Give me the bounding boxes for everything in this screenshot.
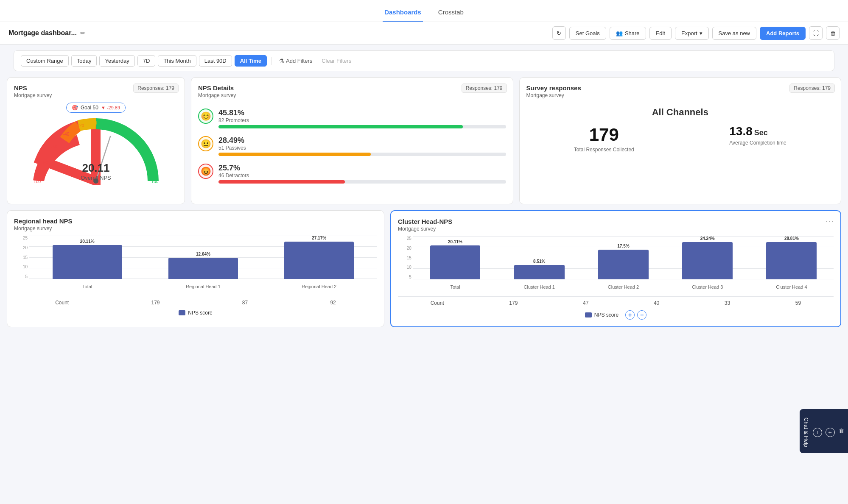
zoom-in-button[interactable]: + <box>625 310 635 320</box>
bar-rect-rh2 <box>284 242 354 279</box>
cluster-card-subtitle: Mortgage survey <box>398 226 834 232</box>
promoter-bar-fill <box>218 125 463 128</box>
gauge-svg-area: -100 -80 -60 -40 -20 0 20 40 60 80 100 <box>32 115 160 185</box>
gauge-value-display: 20.11 Overall NPS <box>81 162 111 181</box>
cluster-y-axis: 25 20 15 10 5 <box>398 236 411 279</box>
filter-all-time[interactable]: All Time <box>235 55 267 67</box>
bar-value-rh2: 27.17% <box>312 236 326 240</box>
bar-rect-total <box>53 245 122 279</box>
regional-footer-rh2: 92 <box>330 300 336 306</box>
filter-yesterday[interactable]: Yesterday <box>99 55 134 67</box>
filter-last-90d[interactable]: Last 90D <box>199 55 232 67</box>
total-responses-label: Total Responses Collected <box>574 147 634 153</box>
edit-button[interactable]: Edit <box>649 27 672 40</box>
detractor-label: 46 Detractors <box>218 173 506 178</box>
fullscreen-icon: ⛶ <box>813 30 819 36</box>
passive-bar-fill <box>218 153 371 156</box>
table-row: 24.24% Cluster Head 3 <box>666 236 750 291</box>
passive-label: 51 Passives <box>218 145 506 151</box>
bar-label-rh2: Regional Head 2 <box>302 284 336 289</box>
nav-dashboards[interactable]: Dashboards <box>383 5 423 22</box>
filter-custom-range[interactable]: Custom Range <box>21 55 69 67</box>
cluster-bar-rect-ch1 <box>514 265 565 279</box>
passive-face-icon: 😐 <box>198 136 213 151</box>
filter-bar: Custom Range Today Yesterday 7D This Mon… <box>14 50 834 71</box>
nps-details-responses: Responses: 179 <box>462 84 507 93</box>
export-chevron-icon: ▾ <box>700 30 702 36</box>
top-navigation: Dashboards Crosstab <box>0 0 848 22</box>
svg-text:40: 40 <box>122 132 127 136</box>
filter-this-month[interactable]: This Month <box>158 55 196 67</box>
edit-title-icon[interactable]: ✏ <box>80 30 85 36</box>
add-reports-button[interactable]: Add Reports <box>760 27 806 40</box>
regional-chart-bars: 20.11% Total 12.64% Regional Head 1 27.1… <box>29 236 377 291</box>
svg-text:-40: -40 <box>63 132 70 136</box>
svg-text:-100: -100 <box>32 179 41 184</box>
cluster-bar-value-ch4: 28.81% <box>784 236 799 241</box>
detractor-bar-area: 25.7% 46 Detractors <box>218 164 506 184</box>
table-row: 20.11% Total <box>413 236 497 291</box>
save-as-new-button[interactable]: Save as new <box>712 27 756 40</box>
share-icon: 👥 <box>616 30 623 36</box>
svg-text:60: 60 <box>134 145 140 149</box>
share-button[interactable]: 👥 Share <box>610 27 646 40</box>
regional-footer-count-label: Count <box>55 300 69 306</box>
set-goals-button[interactable]: Set Goals <box>569 27 606 40</box>
survey-responses-badge: Responses: 179 <box>789 84 835 93</box>
svg-text:80: 80 <box>144 160 149 165</box>
add-filters-button[interactable]: ⚗ Add Filters <box>276 56 316 66</box>
detractor-row: 😡 25.7% 46 Detractors <box>198 164 506 184</box>
table-row: 8.51% Cluster Head 1 <box>497 236 581 291</box>
refresh-button[interactable]: ↻ <box>552 26 566 40</box>
filter-7d[interactable]: 7D <box>137 55 156 67</box>
export-button[interactable]: Export ▾ <box>675 27 709 40</box>
regional-footer-rh1: 87 <box>242 300 248 306</box>
bar-value-rh1: 12.64% <box>196 252 210 256</box>
filter-today[interactable]: Today <box>71 55 97 67</box>
filter-separator <box>271 57 271 65</box>
regional-y-axis: 25 20 15 10 5 <box>14 236 28 279</box>
svg-text:20: 20 <box>107 123 112 128</box>
bottom-card-row: Regional head NPS Mortgage survey 25 20 … <box>7 210 841 327</box>
zoom-out-button[interactable]: − <box>637 310 646 320</box>
total-responses-stat: 179 Total Responses Collected <box>574 125 634 153</box>
cluster-bar-chart: 25 20 15 10 5 <box>398 236 834 320</box>
main-content: NPS Mortgage survey Responses: 179 🎯 Goa… <box>0 77 848 340</box>
nps-details-card: NPS Details Mortgage survey Responses: 1… <box>191 77 513 204</box>
legend-label: NPS score <box>188 310 212 316</box>
promoter-pct: 45.81% <box>218 109 244 117</box>
cluster-bar-label-ch2: Cluster Head 2 <box>608 284 639 290</box>
nps-card-subtitle: Mortgage survey <box>14 92 178 98</box>
delete-button[interactable]: 🗑 <box>826 26 840 40</box>
nps-gauge-card: NPS Mortgage survey Responses: 179 🎯 Goa… <box>7 77 185 204</box>
header-title-area: Mortgage dashboar... ✏ <box>8 29 548 37</box>
nav-crosstab[interactable]: Crosstab <box>437 5 465 22</box>
cluster-footer-count-label: Count <box>431 300 444 306</box>
avg-time-stat: 13.8 Sec Average Completion time <box>729 125 786 153</box>
cluster-footer-ch2: 40 <box>654 300 659 306</box>
nps-responses-badge: Responses: 179 <box>133 84 179 93</box>
all-channels-label: All Channels <box>526 107 834 118</box>
goal-label: Goal 50 <box>81 105 98 111</box>
detractor-bar-fill <box>218 180 345 184</box>
cluster-bar-value-ch3: 24.24% <box>700 236 715 241</box>
fullscreen-button[interactable]: ⛶ <box>809 26 823 40</box>
cluster-bar-value-ch1: 8.51% <box>533 259 545 264</box>
cluster-nps-card: Cluster Head-NPS Mortgage survey ··· 25 … <box>390 210 841 327</box>
survey-stats-area: 179 Total Responses Collected 13.8 Sec A… <box>526 125 834 153</box>
table-row: 27.17% Regional Head 2 <box>261 236 377 291</box>
avg-time-unit: Sec <box>754 128 768 137</box>
gauge-goal-badge: 🎯 Goal 50 ▼ -29.89 <box>66 103 126 113</box>
regional-chart-area: 25 20 15 10 5 <box>14 236 377 291</box>
promoter-bar-track <box>218 125 506 128</box>
cluster-bar-rect-ch2 <box>598 250 649 279</box>
cluster-footer-total: 179 <box>509 300 518 306</box>
cluster-chart-bars: 20.11% Total 8.51% Cluster Head 1 17.5% <box>413 236 834 291</box>
cluster-card-menu-button[interactable]: ··· <box>826 217 834 226</box>
clear-filters-button[interactable]: Clear Filters <box>318 56 355 66</box>
table-row: 28.81% Cluster Head 4 <box>750 236 834 291</box>
cluster-bar-value-ch2: 17.5% <box>617 244 629 248</box>
passive-row: 😐 28.49% 51 Passives <box>198 136 506 156</box>
top-card-row: NPS Mortgage survey Responses: 179 🎯 Goa… <box>7 77 841 204</box>
cluster-bar-rect-total <box>430 245 481 279</box>
